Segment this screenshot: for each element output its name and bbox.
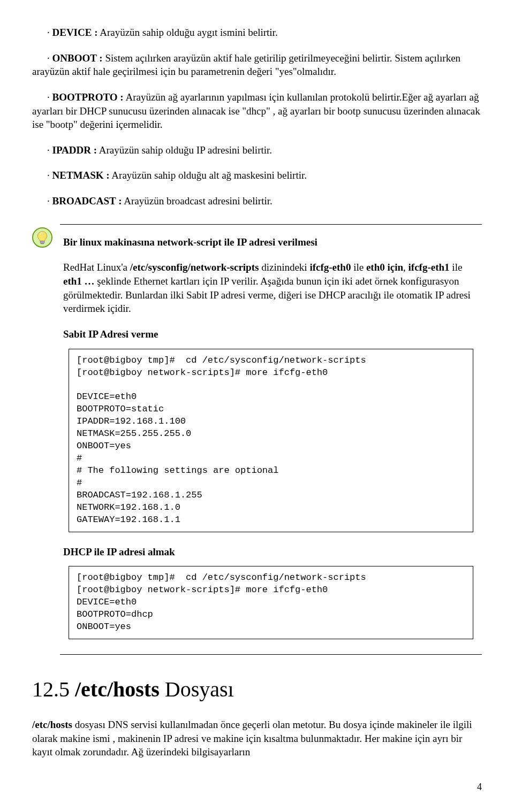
bullet-bootproto: · BOOTPROTO : Arayüzün ağ ayarlarının ya… <box>32 90 482 132</box>
tip-subtitle-static: Sabit IP Adresi verme <box>63 327 479 341</box>
lightbulb-icon <box>32 227 52 251</box>
code-block-static-ip: [root@bigboy tmp]# cd /etc/sysconfig/net… <box>69 349 473 532</box>
bullet-broadcast: · BROADCAST : Arayüzün broadcast adresin… <box>32 194 482 208</box>
section-paragraph: /etc/hosts dosyası DNS servisi kullanılm… <box>32 718 482 759</box>
bullet-netmask: · NETMASK : Arayüzün sahip olduğu alt ağ… <box>32 168 482 182</box>
page-number: 4 <box>32 780 482 793</box>
tip-paragraph: RedHat Linux'a /etc/sysconfig/network-sc… <box>63 261 479 316</box>
code-block-dhcp: [root@bigboy tmp]# cd /etc/sysconfig/net… <box>69 566 473 639</box>
tip-box: Bir linux makinasına network-script ile … <box>32 224 482 655</box>
tip-title: Bir linux makinasına network-script ile … <box>63 235 479 249</box>
bullet-device: · DEVICE : Arayüzün sahip olduğu aygıt i… <box>32 26 482 40</box>
bullet-ipaddr: · IPADDR : Arayüzün sahip olduğu IP adre… <box>32 143 482 157</box>
svg-rect-1 <box>40 241 44 243</box>
section-title: 12.5 /etc/hosts Dosyası <box>32 675 482 704</box>
svg-rect-2 <box>41 243 44 244</box>
bullet-onboot: · ONBOOT : Sistem açılırken arayüzün akt… <box>32 51 482 79</box>
tip-subtitle-dhcp: DHCP ile IP adresi almak <box>63 545 479 559</box>
